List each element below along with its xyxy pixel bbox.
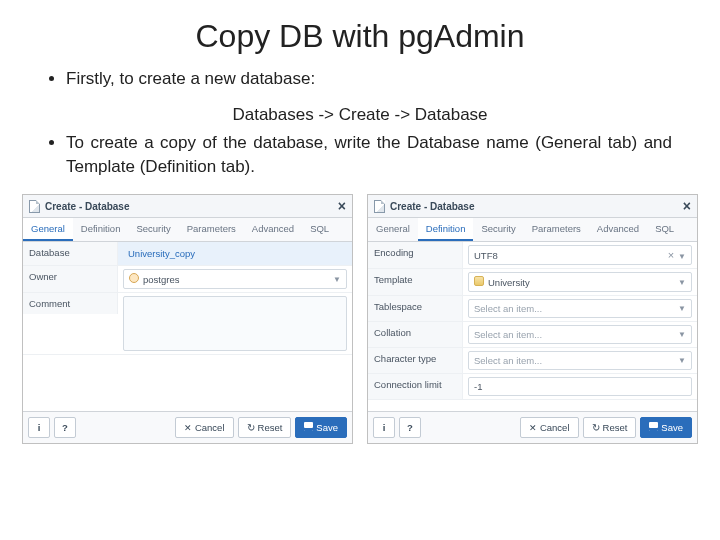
label-collation: Collation — [368, 322, 463, 347]
tab-general[interactable]: General — [368, 218, 418, 241]
create-db-dialog-general: Create - Database × General Definition S… — [22, 194, 353, 444]
label-chartype: Character type — [368, 348, 463, 373]
connlimit-input[interactable] — [468, 377, 692, 396]
cancel-button[interactable]: Cancel — [175, 417, 234, 438]
reset-button[interactable]: Reset — [238, 417, 292, 438]
tab-advanced[interactable]: Advanced — [244, 218, 302, 241]
save-button[interactable]: Save — [295, 417, 347, 438]
collation-select[interactable]: Select an item... ▼ — [468, 325, 692, 344]
tab-security[interactable]: Security — [128, 218, 178, 241]
encoding-value: UTF8 — [474, 250, 498, 261]
bullet-1: Firstly, to create a new database: — [66, 67, 672, 91]
chevron-down-icon: ▼ — [678, 330, 686, 339]
menu-path: Databases -> Create -> Database — [0, 105, 720, 125]
database-icon — [474, 276, 484, 286]
tab-parameters[interactable]: Parameters — [179, 218, 244, 241]
form-general: Database Owner postgres ▼ Comment — [23, 242, 352, 411]
tab-definition[interactable]: Definition — [418, 218, 474, 241]
collation-value: Select an item... — [474, 329, 542, 340]
template-value: University — [488, 277, 530, 288]
comment-textarea[interactable] — [123, 296, 347, 351]
dialog-title: Create - Database — [390, 201, 474, 212]
save-icon — [649, 422, 658, 433]
label-template: Template — [368, 269, 463, 295]
database-input[interactable] — [123, 245, 347, 262]
tab-advanced[interactable]: Advanced — [589, 218, 647, 241]
chevron-down-icon: ▼ — [678, 278, 686, 287]
help-button[interactable]: ? — [399, 417, 421, 438]
cancel-button[interactable]: Cancel — [520, 417, 579, 438]
form-definition: Encoding UTF8 ×▼ Template University ▼ — [368, 242, 697, 411]
owner-value: postgres — [143, 274, 179, 285]
tab-sql[interactable]: SQL — [647, 218, 682, 241]
user-icon — [129, 273, 139, 283]
save-icon — [304, 422, 313, 433]
tab-sql[interactable]: SQL — [302, 218, 337, 241]
chartype-select[interactable]: Select an item... ▼ — [468, 351, 692, 370]
reset-button[interactable]: Reset — [583, 417, 637, 438]
close-icon[interactable]: × — [338, 199, 346, 213]
chevron-down-icon: ▼ — [678, 304, 686, 313]
label-comment: Comment — [23, 293, 118, 314]
chevron-down-icon: ▼ — [678, 356, 686, 365]
chevron-down-icon: ▼ — [678, 252, 686, 261]
tablespace-value: Select an item... — [474, 303, 542, 314]
reset-icon — [247, 422, 255, 433]
owner-select[interactable]: postgres ▼ — [123, 269, 347, 289]
encoding-select[interactable]: UTF8 ×▼ — [468, 245, 692, 265]
close-icon — [184, 422, 192, 433]
dialog-title: Create - Database — [45, 201, 129, 212]
chevron-down-icon: ▼ — [333, 275, 341, 284]
tabs: General Definition Security Parameters A… — [23, 218, 352, 242]
create-db-dialog-definition: Create - Database × General Definition S… — [367, 194, 698, 444]
help-button[interactable]: ? — [54, 417, 76, 438]
template-select[interactable]: University ▼ — [468, 272, 692, 292]
tab-definition[interactable]: Definition — [73, 218, 129, 241]
close-icon — [529, 422, 537, 433]
clear-icon[interactable]: × — [668, 249, 674, 261]
slide-bullets-2: To create a copy of the database, write … — [0, 131, 720, 191]
bullet-2: To create a copy of the database, write … — [66, 131, 672, 179]
file-icon — [374, 200, 385, 213]
dialog-header: Create - Database × — [23, 195, 352, 218]
file-icon — [29, 200, 40, 213]
label-tablespace: Tablespace — [368, 296, 463, 321]
tab-general[interactable]: General — [23, 218, 73, 241]
tab-parameters[interactable]: Parameters — [524, 218, 589, 241]
info-button[interactable]: i — [373, 417, 395, 438]
chartype-value: Select an item... — [474, 355, 542, 366]
tabs: General Definition Security Parameters A… — [368, 218, 697, 242]
dialog-header: Create - Database × — [368, 195, 697, 218]
label-database: Database — [23, 242, 118, 265]
label-encoding: Encoding — [368, 242, 463, 268]
label-connlimit: Connection limit — [368, 374, 463, 399]
label-owner: Owner — [23, 266, 118, 292]
dialog-footer: i ? Cancel Reset Save — [23, 411, 352, 443]
slide-bullets: Firstly, to create a new database: — [0, 67, 720, 103]
close-icon[interactable]: × — [683, 199, 691, 213]
dialog-footer: i ? Cancel Reset Save — [368, 411, 697, 443]
slide-title: Copy DB with pgAdmin — [0, 0, 720, 67]
tablespace-select[interactable]: Select an item... ▼ — [468, 299, 692, 318]
info-button[interactable]: i — [28, 417, 50, 438]
reset-icon — [592, 422, 600, 433]
save-button[interactable]: Save — [640, 417, 692, 438]
tab-security[interactable]: Security — [473, 218, 523, 241]
